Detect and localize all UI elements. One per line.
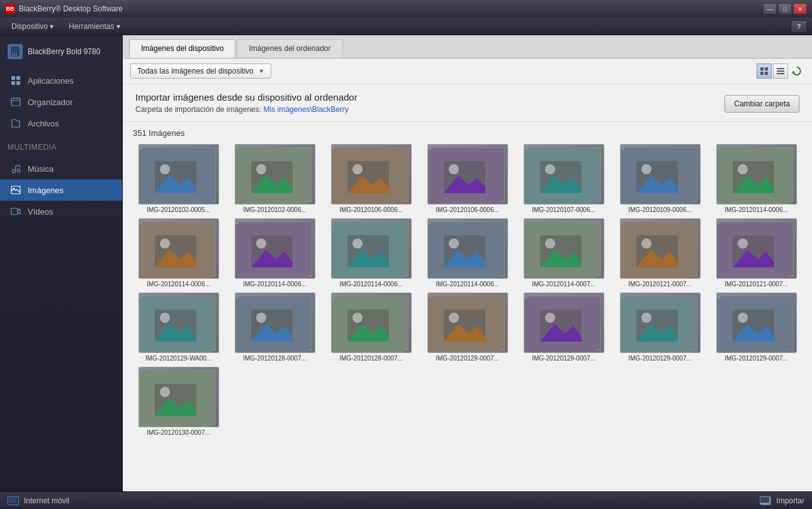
gallery-item[interactable]: IMG-20120107-0006...	[518, 144, 609, 213]
music-icon	[10, 163, 21, 174]
gallery-item[interactable]: IMG-20120106-0006...	[325, 144, 417, 213]
maximize-button[interactable]: □	[778, 3, 792, 14]
sidebar-label-archivos: Archivos	[28, 119, 59, 128]
app-icon: BB	[5, 4, 15, 14]
gallery-item[interactable]: IMG-20120109-0006...	[614, 144, 706, 213]
grid-view-icon	[760, 67, 769, 76]
sidebar-item-aplicaciones[interactable]: Aplicaciones	[0, 70, 122, 91]
image-placeholder-icon	[346, 308, 390, 343]
titlebar-controls: — □ ✕	[763, 3, 807, 14]
tab-device-images[interactable]: Imágenes del dispositivo	[129, 39, 235, 58]
gallery-item[interactable]: IMG-20120129-WA00...	[133, 293, 224, 362]
gallery-item[interactable]: IMG-20120102-0006...	[229, 144, 320, 213]
gallery-item[interactable]: IMG-20120129-0007...	[422, 293, 513, 362]
gallery-item[interactable]: IMG-20120106-0006...	[422, 144, 513, 213]
image-placeholder-icon	[635, 234, 679, 269]
gallery-item[interactable]: IMG-20120128-0007...	[325, 293, 417, 362]
gallery-thumbnail	[235, 144, 315, 204]
svg-point-47	[547, 166, 553, 172]
multimedia-section-header: Multimedia	[0, 138, 122, 154]
sidebar-label-aplicaciones: Aplicaciones	[28, 76, 74, 86]
image-placeholder-icon	[154, 308, 198, 343]
gallery-item[interactable]: IMG-20120129-0007...	[711, 293, 802, 362]
list-view-button[interactable]	[773, 64, 788, 79]
gallery-item[interactable]: IMG-20120130-0007...	[133, 367, 224, 436]
svg-rect-118	[9, 498, 16, 503]
gallery-item-label: IMG-20120128-0007...	[339, 355, 403, 362]
svg-point-87	[162, 315, 168, 321]
device-header[interactable]: BlackBerry Bold 9780	[0, 38, 122, 66]
org-icon	[10, 96, 21, 108]
menu-herramientas[interactable]: Herramientas ▾	[62, 20, 126, 33]
sidebar-item-archivos[interactable]: Archivos	[0, 113, 122, 134]
dropdown-arrow-icon: ▼	[259, 68, 264, 74]
gallery-item-label: IMG-20120129-WA00...	[145, 355, 211, 362]
tab-bar: Imágenes del dispositivo Imágenes del or…	[123, 35, 812, 59]
change-folder-button[interactable]: Cambiar carpeta	[725, 95, 799, 113]
sidebar-item-musica[interactable]: Música	[0, 158, 122, 179]
help-button[interactable]: ?	[791, 20, 807, 33]
svg-rect-11	[16, 81, 20, 85]
gallery-item[interactable]: IMG-20120114-0006...	[711, 144, 802, 213]
tab-computer-images[interactable]: Imágenes del ordenador	[237, 39, 342, 58]
filter-dropdown[interactable]: Todas las imágenes del dispositivo ▼	[130, 64, 271, 79]
svg-point-103	[547, 315, 553, 321]
image-placeholder-icon	[539, 160, 583, 194]
gallery-item-label: IMG-20120121-0007...	[725, 281, 788, 288]
import-path: Carpeta de importación de imágenes: Mis …	[135, 105, 799, 114]
gallery-item[interactable]: IMG-20120114-0006...	[325, 218, 417, 288]
gallery-item-label: IMG-20120129-0007...	[725, 355, 788, 362]
svg-point-35	[258, 166, 264, 172]
grid-view-button[interactable]	[757, 64, 772, 79]
view-controls	[757, 64, 804, 79]
close-button[interactable]: ✕	[793, 3, 807, 14]
gallery-item[interactable]: IMG-20120121-0007...	[711, 218, 802, 288]
image-placeholder-icon	[443, 308, 487, 343]
import-status-label: Importar	[776, 496, 804, 505]
gallery-thumbnail	[524, 218, 604, 279]
svg-point-75	[547, 240, 553, 247]
gallery-item[interactable]: IMG-20120114-0007...	[518, 218, 609, 288]
gallery-thumbnail	[331, 293, 412, 353]
gallery-item[interactable]: IMG-20120114-0006...	[229, 218, 320, 288]
gallery-thumbnail	[138, 218, 219, 279]
svg-rect-25	[777, 68, 784, 69]
gallery-container[interactable]: 351 Imágenes IMG-20120102-0005...	[123, 122, 812, 491]
svg-rect-10	[11, 81, 15, 85]
gallery-item-label: IMG-20120107-0006...	[532, 206, 595, 213]
gallery-thumbnail	[427, 144, 508, 204]
titlebar: BB BlackBerry® Desktop Software — □ ✕	[0, 0, 812, 18]
gallery-item-label: IMG-20120114-0006...	[725, 206, 788, 213]
gallery-item[interactable]: IMG-20120129-0007...	[614, 293, 706, 362]
gallery-item-label: IMG-20120128-0007...	[243, 355, 307, 362]
gallery-thumbnail	[331, 144, 412, 204]
svg-point-63	[258, 240, 264, 247]
gallery-item[interactable]: IMG-20120121-0007...	[614, 218, 706, 288]
sidebar-label-musica: Música	[28, 164, 54, 174]
gallery-item[interactable]: IMG-20120129-0007...	[518, 293, 609, 362]
svg-point-91	[258, 315, 264, 321]
import-path-link[interactable]: Mis imágenes\BlackBerry	[263, 105, 348, 114]
svg-point-79	[643, 240, 650, 247]
list-view-icon	[776, 67, 785, 76]
sidebar-item-videos[interactable]: Vídeos	[0, 201, 122, 222]
svg-point-111	[740, 315, 746, 321]
refresh-icon	[791, 65, 803, 77]
image-placeholder-icon	[635, 160, 679, 194]
sidebar-item-organizador[interactable]: Organizador	[0, 91, 122, 113]
gallery-thumbnail	[620, 293, 701, 353]
menu-dispositivo[interactable]: Dispositivo ▾	[5, 20, 60, 33]
refresh-button[interactable]	[789, 64, 804, 79]
filter-value: Todas las imágenes del dispositivo	[137, 67, 254, 76]
gallery-item-label: IMG-20120106-0006...	[436, 206, 499, 213]
gallery-item[interactable]: IMG-20120114-0006...	[422, 218, 513, 288]
minimize-button[interactable]: —	[763, 3, 777, 14]
svg-point-55	[740, 166, 746, 172]
image-placeholder-icon	[731, 234, 775, 269]
gallery-item[interactable]: IMG-20120102-0005...	[133, 144, 224, 213]
svg-point-107	[643, 315, 650, 321]
gallery-item[interactable]: IMG-20120128-0007...	[229, 293, 320, 362]
toolbar: Todas las imágenes del dispositivo ▼	[123, 59, 812, 84]
gallery-item[interactable]: IMG-20120114-0006...	[133, 218, 224, 288]
sidebar-item-imagenes[interactable]: Imágenes	[0, 179, 122, 201]
